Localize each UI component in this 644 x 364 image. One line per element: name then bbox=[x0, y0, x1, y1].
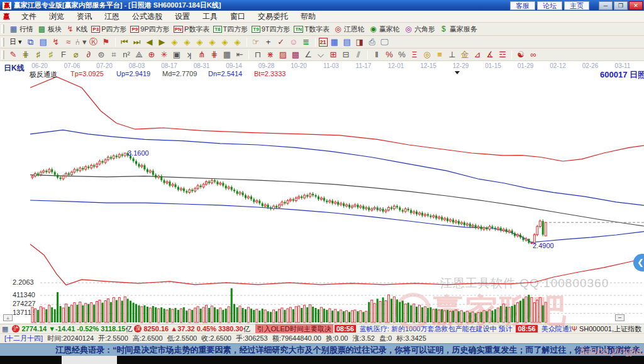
nav-notepad-icon[interactable]: ▤ bbox=[341, 37, 353, 47]
shenzhen-index-quote[interactable]: 8250.16 ▲37.32 0.45% 3380.30 bbox=[143, 325, 243, 333]
menu-item-trade-entrust[interactable]: 交易委托 bbox=[252, 10, 294, 23]
nav-remote-screen-icon[interactable]: 🖵 bbox=[379, 37, 391, 47]
draw-battlement-b-icon[interactable]: ♯ bbox=[45, 50, 57, 59]
nav-compress-x-icon[interactable]: ◈ bbox=[169, 37, 180, 47]
ticker-segment-news[interactable]: 蓝帆医疗: 新的1000万套急救包产能在建设中 预计 bbox=[360, 324, 513, 334]
nav-zoom-in-diamond-icon[interactable]: ◈ bbox=[219, 37, 231, 47]
nav-crosshair-icon[interactable]: + bbox=[263, 37, 274, 47]
draw-gold-text-icon[interactable]: 金 bbox=[459, 49, 470, 60]
draw-gold-circle-icon[interactable]: ◎ bbox=[421, 50, 433, 59]
shanghai-index-quote[interactable]: 2774.14 ▼-14.41 -0.52% 3118.15 bbox=[21, 325, 125, 333]
toolbar-grip[interactable] bbox=[1, 25, 4, 33]
nav-expand-x-icon[interactable]: ◈ bbox=[182, 37, 193, 47]
draw-drop-tool-icon[interactable]: ⊥ bbox=[447, 50, 458, 59]
ticker-segment-news[interactable]: 美众院通过法案 取消( bbox=[541, 324, 572, 334]
yin-yang-icon[interactable]: ☯ bbox=[515, 50, 526, 59]
draw-grid-dark-icon[interactable]: ⊟ bbox=[340, 50, 352, 59]
nav-calculator-icon[interactable]: ▦ bbox=[329, 37, 340, 47]
nav-next-bar-icon[interactable]: ▶ bbox=[157, 37, 168, 47]
draw-net-icon[interactable]: ▦ bbox=[221, 50, 233, 59]
tool-gann-wheel-button[interactable]: ◎江恩轮 bbox=[333, 25, 365, 34]
nav-chart-doc-icon[interactable]: ▤ bbox=[38, 37, 49, 47]
draw-cycle-icon[interactable]: ⊜ bbox=[96, 50, 107, 59]
draw-percent-lines-icon[interactable]: Ξ bbox=[409, 50, 420, 59]
tool-p-number-table-button[interactable]: PNP数字表 bbox=[174, 25, 209, 34]
ticker-segment-alert[interactable]: 引入OLED时间主要取决 bbox=[255, 324, 333, 334]
tool-winner-wheel-button[interactable]: ◉赢家轮 bbox=[369, 25, 400, 34]
tool-kline-button[interactable]: ↯K线 bbox=[65, 25, 87, 34]
infinity-icon[interactable]: ∞ bbox=[528, 50, 539, 59]
draw-ratio-list-icon[interactable]: ‖ bbox=[371, 50, 382, 59]
nav-chart-window-icon[interactable]: ⧉ bbox=[25, 37, 36, 47]
nav-expand-y-icon[interactable]: ◈ bbox=[207, 37, 218, 47]
draw-trend-angle-icon[interactable]: ⊿ bbox=[472, 50, 483, 59]
nav-calendar-icon[interactable]: 21 bbox=[319, 38, 328, 47]
nav-compress-y-icon[interactable]: ◈ bbox=[194, 37, 206, 47]
draw-fine-grid-icon[interactable]: ⌗ bbox=[108, 50, 119, 60]
draw-shade-a-icon[interactable]: ▨ bbox=[277, 50, 289, 59]
tool-9t-square-button[interactable]: T99T四方形 bbox=[252, 25, 290, 34]
menu-item-gann[interactable]: 江恩 bbox=[98, 10, 126, 23]
draw-f-tool-icon[interactable]: F bbox=[58, 50, 69, 59]
toolbar-grip[interactable] bbox=[1, 50, 4, 59]
draw-battlement-a-icon[interactable]: ♯ bbox=[33, 50, 44, 59]
volume-pane-minimize-button[interactable]: – bbox=[615, 314, 625, 321]
close-button[interactable]: ✕ bbox=[629, 1, 643, 10]
menu-item-tools[interactable]: 工具 bbox=[196, 10, 224, 23]
draw-compass-icon[interactable]: ∂ bbox=[83, 50, 94, 59]
kline-chart-canvas[interactable]: 2.20634113402742271371133.16002.4900 bbox=[0, 61, 644, 324]
minimize-button[interactable]: ─ bbox=[599, 1, 613, 10]
toolbar-grip[interactable] bbox=[1, 38, 4, 47]
draw-e-angle-icon[interactable]: ∡ bbox=[484, 50, 496, 59]
grid-icon[interactable]: ▦ bbox=[2, 325, 8, 333]
nav-candle-style-dropdown-icon[interactable]: ⑃ ▾ bbox=[75, 37, 87, 47]
nav-period-day-dropdown-icon[interactable]: 日 ▾ bbox=[8, 37, 24, 47]
volume-pane-toggle-button[interactable]: ▵ bbox=[3, 314, 13, 321]
customer-service-button[interactable]: 客服 bbox=[510, 1, 535, 10]
tool-9p-square-button[interactable]: P99P四方形 bbox=[130, 25, 169, 34]
menu-item-help[interactable]: 帮助 bbox=[294, 10, 322, 23]
draw-gold-lines-icon[interactable]: ≡ bbox=[434, 50, 445, 59]
nav-stats-tool-icon[interactable]: ≣ bbox=[301, 37, 312, 47]
draw-pen-icon[interactable]: ✎ bbox=[8, 50, 19, 59]
tool-sectors-button[interactable]: ▩板块 bbox=[37, 25, 62, 34]
draw-spiral-icon[interactable]: ⌀ bbox=[70, 50, 82, 59]
draw-speed-lines-icon[interactable]: ☲ bbox=[497, 50, 508, 59]
nav-pointer-tool-icon[interactable]: ✓ bbox=[275, 37, 287, 47]
draw-percent-red-icon[interactable]: % bbox=[384, 50, 395, 59]
draw-shade-b-icon[interactable]: ▩ bbox=[290, 50, 301, 59]
nav-k-box-tool-icon[interactable]: Ⓚ bbox=[88, 37, 99, 48]
tool-t-square-button[interactable]: T8T四方形 bbox=[213, 25, 248, 34]
draw-fork-red-a-icon[interactable]: ⋔ bbox=[196, 50, 208, 59]
draw-n-square-icon[interactable]: n² bbox=[121, 50, 132, 59]
nav-prev-bar-icon[interactable]: ◀ bbox=[144, 37, 155, 47]
nav-zoom-out-diamond-icon[interactable]: ◈ bbox=[232, 37, 243, 47]
draw-extend-icon[interactable]: ⇤ bbox=[234, 50, 245, 59]
draw-percent-icon[interactable]: % bbox=[396, 50, 408, 59]
draw-grid-red-icon[interactable]: ⊞ bbox=[328, 50, 339, 59]
menu-item-file[interactable]: 文件 bbox=[15, 10, 43, 23]
tool-quotes-button[interactable]: ▦行情 bbox=[9, 25, 33, 34]
current-index-label[interactable]: SH000001,上证指数 bbox=[579, 324, 641, 334]
ticker-segment-time[interactable]: 08:56 bbox=[335, 325, 356, 333]
draw-wave-icon[interactable]: ⌵ bbox=[315, 50, 326, 60]
menu-item-window[interactable]: 窗口 bbox=[224, 10, 252, 23]
nav-flag-marker-icon[interactable]: ⚑ bbox=[101, 37, 112, 47]
menu-item-news[interactable]: 资讯 bbox=[70, 10, 98, 23]
maximize-button[interactable]: ❐ bbox=[614, 1, 628, 10]
draw-star-icon[interactable]: ✳ bbox=[158, 50, 170, 59]
nav-trend-tool-b-icon[interactable]: ≈ bbox=[63, 37, 74, 47]
nav-pan-hand-icon[interactable]: ☞ bbox=[250, 37, 262, 47]
tool-hexagon-button[interactable]: ◎六角形 bbox=[404, 25, 435, 34]
nav-save-layout-icon[interactable]: ◨ bbox=[354, 37, 365, 47]
ticker-segment-time[interactable]: 08:56 bbox=[516, 325, 537, 333]
tool-p-square-button[interactable]: P3P四方形 bbox=[91, 25, 126, 34]
draw-box-icon[interactable]: ▣ bbox=[171, 50, 182, 59]
draw-circle-cross-icon[interactable]: ⊕ bbox=[146, 50, 157, 59]
nav-trend-tool-a-icon[interactable]: ↯ bbox=[50, 37, 62, 47]
forum-button[interactable]: 论坛 bbox=[537, 1, 562, 10]
draw-k-mark-icon[interactable]: ʞ bbox=[184, 50, 195, 59]
tool-t-number-table-button[interactable]: TNT数字表 bbox=[294, 25, 329, 34]
tool-winner-service-button[interactable]: $赢家服务 bbox=[439, 25, 477, 34]
nav-emotion-marker-icon[interactable]: ☺ bbox=[288, 37, 299, 47]
